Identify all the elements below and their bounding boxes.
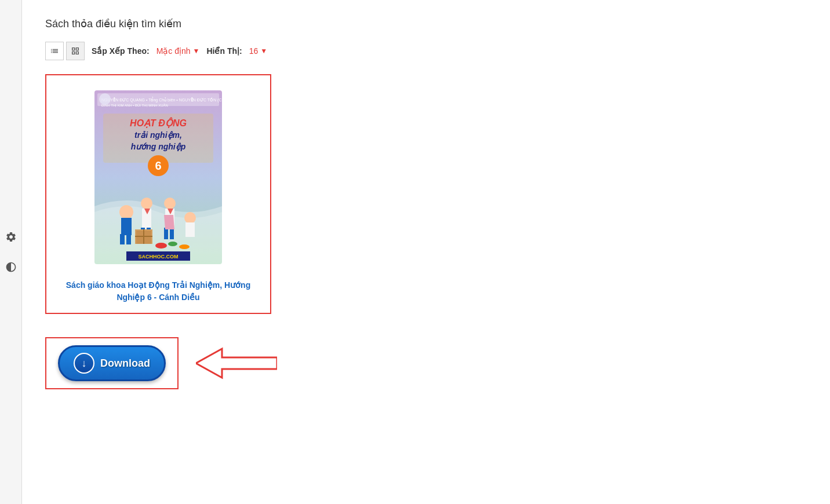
sort-select[interactable]: Mặc định ▼ — [156, 46, 200, 56]
svg-text:ĐINH THỊ KIM ANH • BÙI THỊ MIN: ĐINH THỊ KIM ANH • BÙI THỊ MINH XUÂN — [101, 104, 168, 108]
display-arrow-icon: ▼ — [260, 47, 267, 55]
svg-text:hướng nghiệp: hướng nghiệp — [131, 142, 186, 151]
svg-text:6: 6 — [155, 159, 161, 172]
svg-text:trải nghiệm,: trải nghiệm, — [134, 130, 182, 140]
book-card[interactable]: NGUYỄN ĐỨC QUANG • Tổng Chủ biên • NGUYỄ… — [45, 74, 271, 314]
display-label: Hiển Thị: — [206, 46, 242, 56]
svg-rect-24 — [185, 222, 195, 237]
display-value: 16 — [249, 46, 259, 56]
list-view-button[interactable] — [45, 42, 64, 60]
sidebar — [0, 0, 22, 504]
download-arrow-icon: ↓ — [82, 357, 87, 370]
svg-point-11 — [119, 205, 133, 219]
book-cover-illustration: NGUYỄN ĐỨC QUANG • Tổng Chủ biên • NGUYỄ… — [94, 90, 222, 264]
svg-point-29 — [155, 243, 167, 249]
book-title: Sách giáo khoa Hoạt Động Trải Nghiệm, Hư… — [56, 279, 261, 304]
arrow-indicator — [196, 346, 277, 381]
svg-rect-13 — [120, 234, 125, 244]
settings-icon[interactable] — [5, 231, 17, 243]
svg-text:SACHHOC.COM: SACHHOC.COM — [139, 254, 179, 260]
svg-rect-12 — [121, 218, 132, 235]
sort-value: Mặc định — [156, 46, 191, 56]
svg-point-30 — [168, 242, 177, 246]
contrast-icon[interactable] — [5, 261, 17, 273]
svg-point-23 — [184, 212, 196, 224]
svg-text:HOẠT ĐỘNG: HOẠT ĐỘNG — [130, 117, 187, 128]
svg-point-15 — [141, 198, 152, 209]
svg-marker-37 — [196, 349, 277, 378]
grid-view-button[interactable] — [66, 42, 85, 60]
download-section: ↓ Download — [45, 337, 807, 389]
download-box: ↓ Download — [45, 337, 179, 389]
svg-point-4 — [99, 93, 111, 105]
svg-text:NGUYỄN ĐỨC QUANG • Tổng Chủ bi: NGUYỄN ĐỨC QUANG • Tổng Chủ biên • NGUYỄ… — [101, 97, 222, 103]
svg-rect-14 — [126, 234, 131, 244]
main-content: Sách thỏa điều kiện tìm kiếm Sắp Xếp The… — [22, 0, 830, 407]
page-title: Sách thỏa điều kiện tìm kiếm — [45, 17, 807, 30]
sort-label: Sắp Xếp Theo: — [92, 46, 150, 56]
toolbar: Sắp Xếp Theo: Mặc định ▼ Hiển Thị: 16 ▼ — [45, 42, 807, 60]
sort-arrow-icon: ▼ — [193, 47, 200, 55]
book-grid: NGUYỄN ĐỨC QUANG • Tổng Chủ biên • NGUYỄ… — [45, 74, 807, 314]
download-icon: ↓ — [74, 353, 94, 374]
svg-point-19 — [164, 198, 176, 209]
book-cover: NGUYỄN ĐỨC QUANG • Tổng Chủ biên • NGUYỄ… — [56, 85, 261, 270]
view-toggle — [45, 42, 85, 60]
left-arrow-icon — [196, 346, 277, 381]
svg-point-31 — [179, 244, 190, 249]
download-label: Download — [100, 357, 150, 370]
download-button[interactable]: ↓ Download — [58, 345, 166, 381]
display-select[interactable]: 16 ▼ — [249, 46, 267, 56]
